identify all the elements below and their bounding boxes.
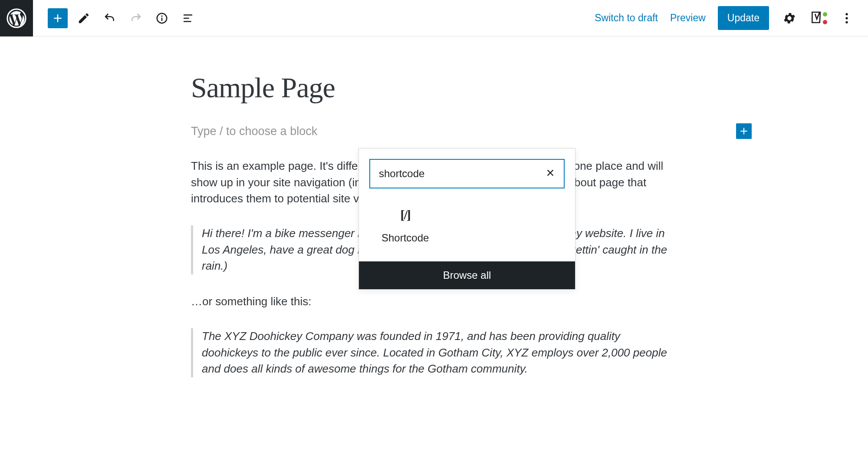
add-block-button[interactable] xyxy=(48,8,68,28)
plus-icon xyxy=(738,125,750,137)
details-button[interactable] xyxy=(152,8,172,28)
info-icon xyxy=(155,12,168,25)
redo-icon xyxy=(129,12,142,25)
wordpress-icon xyxy=(7,8,26,28)
undo-icon xyxy=(103,12,116,25)
paragraph-block[interactable]: …or something like this: xyxy=(191,294,677,310)
svg-rect-3 xyxy=(161,17,163,21)
list-outline-icon xyxy=(181,12,194,25)
block-search-results: [/] Shortcode xyxy=(359,199,575,261)
svg-point-5 xyxy=(845,17,848,19)
toolbar-left-group xyxy=(48,8,198,28)
browse-all-button[interactable]: Browse all xyxy=(359,261,575,289)
wordpress-logo-button[interactable] xyxy=(0,0,33,36)
page-title[interactable]: Sample Page xyxy=(191,71,677,104)
quote-block[interactable]: The XYZ Doohickey Company was founded in… xyxy=(191,328,677,377)
block-inserter-popover: [/] Shortcode Browse all xyxy=(358,148,575,290)
undo-button[interactable] xyxy=(100,8,120,28)
shortcode-block-item[interactable]: [/] Shortcode xyxy=(381,208,429,244)
svg-point-4 xyxy=(845,13,848,15)
block-placeholder[interactable]: Type / to choose a block xyxy=(191,125,317,138)
inline-add-block-button[interactable] xyxy=(736,123,752,139)
close-icon xyxy=(546,168,555,178)
gear-icon xyxy=(783,11,796,25)
toolbar-right-group: Switch to draft Preview Update xyxy=(595,6,868,30)
more-options-button[interactable] xyxy=(838,10,855,26)
outline-button[interactable] xyxy=(178,8,198,28)
editor-toolbar: Switch to draft Preview Update xyxy=(0,0,868,36)
svg-point-6 xyxy=(845,21,848,23)
yoast-icon xyxy=(810,10,826,26)
shortcode-icon: [/] xyxy=(401,208,410,222)
empty-block-row: Type / to choose a block xyxy=(191,123,677,139)
block-item-label: Shortcode xyxy=(381,232,429,244)
settings-button[interactable] xyxy=(781,10,798,26)
plus-icon xyxy=(51,12,64,25)
yoast-button[interactable] xyxy=(810,10,826,26)
edit-tools-button[interactable] xyxy=(74,8,94,28)
block-search-field[interactable] xyxy=(369,159,565,188)
redo-button[interactable] xyxy=(126,8,146,28)
update-button[interactable]: Update xyxy=(718,6,769,30)
switch-to-draft-link[interactable]: Switch to draft xyxy=(595,12,658,24)
preview-link[interactable]: Preview xyxy=(670,12,706,24)
block-search-input[interactable] xyxy=(379,168,546,180)
clear-search-button[interactable] xyxy=(546,167,555,181)
pencil-icon xyxy=(77,12,90,25)
svg-point-2 xyxy=(161,15,162,17)
kebab-icon xyxy=(840,11,854,25)
